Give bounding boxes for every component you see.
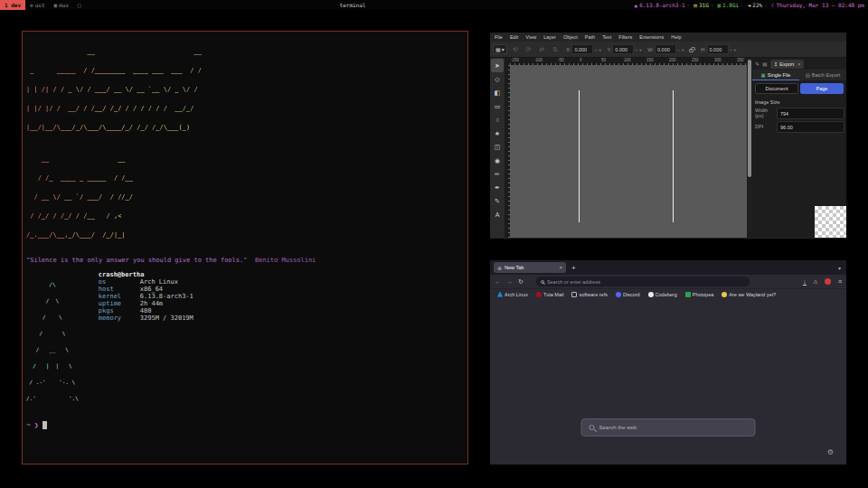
calligraphy-tool[interactable]: ✒ [491,181,504,194]
h-plus-button[interactable]: + [733,47,737,52]
extension-icon[interactable] [825,278,831,285]
menu-edit[interactable]: Edit [510,34,518,40]
status-bar: 1 dev ⊕ust ▣mux □ terminal ▲6.13.8-arch3… [0,0,868,10]
workspace-tag-ust[interactable]: ⊕ust [25,0,49,10]
single-file-label: Single File [768,72,791,78]
w-input[interactable]: 0.000 [655,44,676,54]
back-ascii-art: __ __ / /_ ____ _ _____ / /__ / __ \/ __… [26,144,464,251]
grid-icon: ▦ [495,46,501,52]
menu-filters[interactable]: Filters [618,34,632,40]
single-file-icon: ▣ [761,72,766,78]
menu-file[interactable]: File [495,34,503,40]
list-all-tabs-icon[interactable]: ▾ [838,265,843,271]
close-icon[interactable]: × [797,61,800,67]
canvas-zone: -150 -100 -50 0 50 100 150 200 250 300 3… [505,58,747,238]
volume-level: 22% [752,2,762,8]
rotate-ccw-icon[interactable]: ⟲ [513,46,518,53]
export-tab[interactable]: ↥ Export × [770,60,805,69]
drawing-canvas[interactable] [510,65,747,238]
batch-export-icon: ▤ [806,72,810,78]
workspace-tag-mux[interactable]: ▣mux [50,0,73,10]
gear-icon[interactable]: ⚙ [827,448,834,456]
menu-text[interactable]: Text [602,34,611,40]
separator: ‹ [687,2,691,8]
document-button[interactable]: Document [755,83,798,94]
reload-button[interactable]: ↻ [518,278,524,286]
h-minus-button[interactable]: − [730,47,733,52]
layout-indicator[interactable]: □ [73,0,86,10]
photopea-icon [685,292,691,297]
ellipse-tool[interactable]: ○ [491,113,504,127]
spiral-tool[interactable]: ◉ [491,154,504,167]
forward-button[interactable]: → [506,278,513,285]
folder-icon [571,292,577,297]
x-input[interactable]: 0.000 [571,44,593,54]
volume-segment[interactable]: ◄22%‹ [748,2,768,8]
menu-layer[interactable]: Layer [543,34,556,40]
bookmark-tuta-mail[interactable]: Tuta Mail [536,292,563,297]
node-editor-tool[interactable]: ◇ [491,72,504,86]
menu-object[interactable]: Object [563,34,578,40]
export-dpi-input[interactable]: 96.00 [777,121,844,133]
bookmark-arch-linux[interactable]: Arch Linux [497,292,528,297]
scrollbar-thumb[interactable] [748,60,751,177]
pen-tool[interactable]: ✎ [491,194,504,208]
y-input[interactable]: 0.000 [612,44,634,54]
shell-prompt[interactable]: ~ ❯ [26,421,464,429]
separator: ‹ [711,2,714,8]
page-button[interactable]: Page [800,83,844,94]
bookmark-folder-software-refs[interactable]: software refs [571,292,607,297]
search-icon [590,425,595,430]
w-plus-button[interactable]: + [682,47,685,52]
export-panel: ✎ ▤ ↥ Export × ▣Single File ▤Batch Expor… [752,58,846,238]
new-tab-button[interactable]: + [571,264,576,272]
tab-batch-export[interactable]: ▤Batch Export [799,70,846,80]
active-tab[interactable]: ⊕ New Tab × [494,262,566,273]
rectangle-tool[interactable]: ▭ [491,99,504,113]
layers-dialog-icon[interactable]: ▤ [762,61,768,67]
ruler-tick: -150 [511,58,519,62]
close-tab-icon[interactable]: × [559,265,562,270]
w-minus-button[interactable]: − [677,47,681,52]
rotate-cw-icon[interactable]: ⟳ [526,46,532,53]
selection-mode-dropdown[interactable]: ▦▾ [493,44,507,54]
flip-vertical-icon[interactable]: ⇅ [552,46,558,53]
bookmark-codeberg[interactable]: Codeberg [648,292,677,297]
y-plus-button[interactable]: + [639,47,643,52]
terminal-window[interactable]: __ __ _ _____ / /________ ____ ___ ___ /… [22,31,468,465]
pencil-tool[interactable]: ✏ [491,167,504,181]
user-host: crash@bertha [99,271,193,278]
x-plus-button[interactable]: + [599,47,602,52]
menu-extensions[interactable]: Extensions [639,34,664,40]
bookmark-discord[interactable]: Discord [616,292,640,297]
home-icon[interactable]: ⌂ [814,278,817,285]
menu-view[interactable]: View [525,34,536,40]
selector-tool[interactable]: ➤ [491,59,504,72]
menu-path[interactable]: Path [585,34,595,40]
y-minus-button[interactable]: − [635,47,638,52]
export-preview-area [752,134,846,238]
menu-help[interactable]: Help [671,34,681,40]
workspace-tag-dev[interactable]: 1 dev [0,0,25,10]
tab-single-file[interactable]: ▣Single File [752,70,799,80]
url-bar[interactable]: Search or enter address [536,277,750,286]
disk-segment: ▤31G‹ [693,2,713,8]
export-width-input[interactable]: 794 [777,108,844,119]
star-tool[interactable]: ★ [491,127,504,140]
text-tool[interactable]: A [491,208,504,221]
lock-ratio-icon[interactable] [689,49,693,52]
web-search-box[interactable]: Search the web [581,418,756,436]
downloads-icon[interactable]: ↓ [803,278,807,286]
back-button[interactable]: ← [495,278,501,285]
discord-icon [616,292,621,297]
flip-horizontal-icon[interactable]: ⇄ [539,46,544,53]
x-minus-button[interactable]: − [594,47,598,52]
bookmark-are-we-wayland-yet[interactable]: Are we Wayland yet? [722,292,776,297]
objects-dialog-icon[interactable]: ✎ [755,61,760,67]
h-input[interactable]: 0.000 [707,44,729,54]
shape-builder-tool[interactable]: ◧ [491,86,504,99]
menu-hamburger-icon[interactable]: ≡ [838,278,842,285]
prompt-path: ~ [26,421,31,429]
bookmark-photopea[interactable]: Photopea [685,292,714,297]
box-3d-tool[interactable]: ◫ [491,140,504,154]
